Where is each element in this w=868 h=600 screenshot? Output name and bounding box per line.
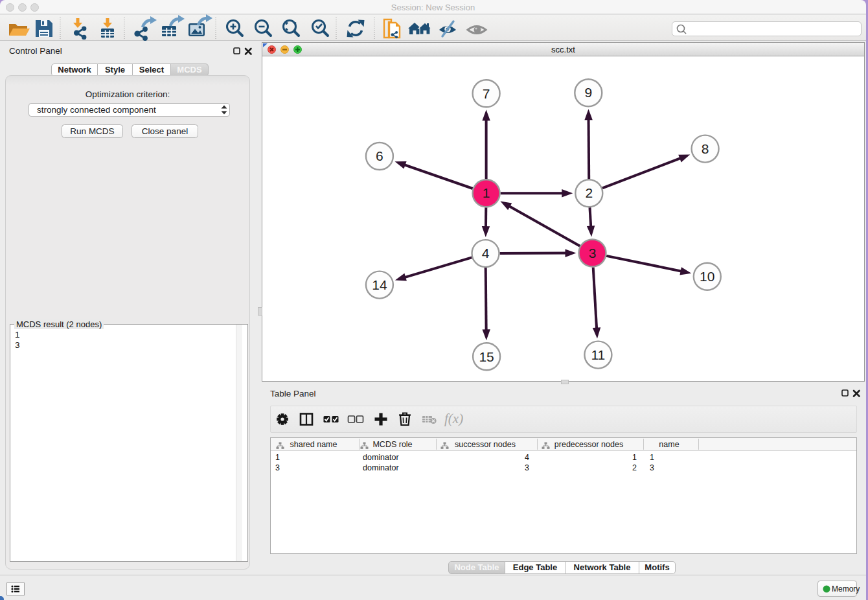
svg-text:10: 10 (700, 269, 714, 284)
svg-text:11: 11 (591, 347, 605, 362)
svg-text:6: 6 (376, 148, 383, 163)
svg-text:9: 9 (584, 85, 592, 100)
svg-text:4: 4 (482, 246, 490, 260)
svg-text:8: 8 (702, 141, 709, 156)
svg-text:7: 7 (483, 86, 490, 101)
svg-text:14: 14 (372, 277, 387, 292)
svg-text:3: 3 (589, 246, 597, 260)
svg-text:15: 15 (479, 349, 494, 364)
svg-text:1: 1 (483, 185, 490, 200)
svg-text:2: 2 (585, 185, 593, 200)
